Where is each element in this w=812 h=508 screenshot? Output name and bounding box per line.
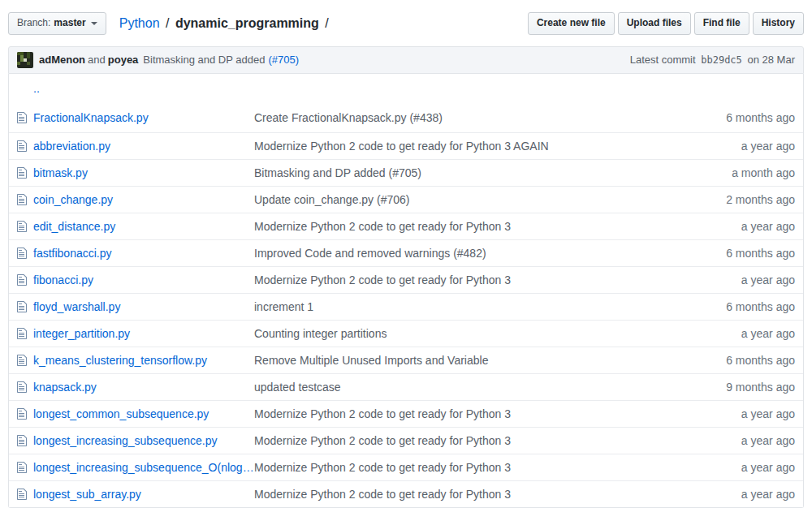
file-commit-message-link[interactable]: Remove Multiple Unused Imports and Varia… <box>254 354 488 367</box>
file-commit-message-link[interactable]: increment 1 <box>254 300 313 313</box>
file-text-icon <box>9 407 33 420</box>
file-commit-message-link[interactable]: Modernize Python 2 code to get ready for… <box>254 488 511 501</box>
file-name-link[interactable]: abbreviation.py <box>33 140 110 153</box>
file-text-icon <box>9 300 33 313</box>
file-name-cell: integer_partition.py <box>33 327 254 340</box>
file-name-link[interactable]: edit_distance.py <box>33 220 115 233</box>
file-name-cell: abbreviation.py <box>33 140 254 153</box>
branch-select-button[interactable]: Branch: master <box>8 12 106 35</box>
table-row: longest_sub_array.py Modernize Python 2 … <box>9 480 803 507</box>
table-row: edit_distance.py Modernize Python 2 code… <box>9 213 803 239</box>
file-name-link[interactable]: bitmask.py <box>33 166 88 179</box>
file-commit-message-link[interactable]: Modernize Python 2 code to get ready for… <box>254 220 511 233</box>
table-row: floyd_warshall.py increment 1 6 months a… <box>9 293 803 320</box>
file-name-link[interactable]: longest_increasing_subsequence_O(nlog… <box>33 461 254 474</box>
file-age: 6 months ago <box>681 354 803 367</box>
table-row: longest_common_subsequence.py Modernize … <box>9 400 803 427</box>
file-message-cell: Improved Code and removed warnings (#482… <box>254 247 681 260</box>
file-commit-message-link[interactable]: Bitmasking and DP added (#705) <box>254 166 421 179</box>
file-text-icon <box>9 461 33 474</box>
breadcrumb-root-link[interactable]: Python <box>119 16 160 30</box>
file-name-cell: longest_sub_array.py <box>33 488 254 501</box>
file-name-link[interactable]: coin_change.py <box>33 193 113 206</box>
file-name-cell: longest_common_subsequence.py <box>33 407 254 420</box>
commit-date: on 28 Mar <box>747 54 795 66</box>
find-file-button[interactable]: Find file <box>694 12 749 35</box>
repo-content: Branch: master Python / dynamic_programm… <box>8 12 804 508</box>
file-name-link[interactable]: knapsack.py <box>33 381 97 394</box>
file-list: FractionalKnapsack.py Create FractionalK… <box>9 103 803 507</box>
commit-sha-link[interactable]: bb29dc5 <box>701 54 742 66</box>
file-name-link[interactable]: k_means_clustering_tensorflow.py <box>33 354 207 367</box>
commit-pr-link[interactable]: (#705) <box>268 54 299 66</box>
file-commit-message-link[interactable]: Modernize Python 2 code to get ready for… <box>254 273 511 286</box>
file-commit-message-link[interactable]: Modernize Python 2 code to get ready for… <box>254 461 511 474</box>
file-name-link[interactable]: longest_common_subsequence.py <box>33 407 209 420</box>
file-name-cell: FractionalKnapsack.py <box>33 111 254 124</box>
file-commit-message-link[interactable]: Modernize Python 2 code to get ready for… <box>254 434 511 447</box>
parent-directory-link[interactable]: .. <box>33 82 40 95</box>
file-message-cell: Create FractionalKnapsack.py (#438) <box>254 111 681 124</box>
breadcrumb-separator: / <box>325 16 328 30</box>
file-name-cell: edit_distance.py <box>33 220 254 233</box>
file-text-icon <box>9 247 33 260</box>
file-commit-message-link[interactable]: updated testcase <box>254 381 341 394</box>
parent-directory-row: .. <box>9 74 803 103</box>
file-message-cell: Modernize Python 2 code to get ready for… <box>254 220 681 233</box>
file-text-icon <box>9 434 33 447</box>
file-text-icon <box>9 381 33 394</box>
avatar[interactable] <box>17 52 33 68</box>
file-name-cell: k_means_clustering_tensorflow.py <box>33 354 254 367</box>
file-message-cell: Modernize Python 2 code to get ready for… <box>254 407 681 420</box>
file-text-icon <box>9 327 33 340</box>
create-new-file-button[interactable]: Create new file <box>528 12 615 35</box>
history-button[interactable]: History <box>753 12 804 35</box>
file-commit-message-link[interactable]: Modernize Python 2 code to get ready for… <box>254 140 549 153</box>
file-age: a month ago <box>681 166 803 179</box>
commit-message-link[interactable]: Bitmasking and DP added <box>143 54 265 66</box>
branch-label: Branch: <box>17 17 50 30</box>
file-name-link[interactable]: fibonacci.py <box>33 273 93 286</box>
file-name-link[interactable]: longest_increasing_subsequence.py <box>33 434 218 447</box>
file-name-link[interactable]: floyd_warshall.py <box>33 300 120 313</box>
file-age: 2 months ago <box>681 193 803 206</box>
file-commit-message-link[interactable]: Improved Code and removed warnings (#482… <box>254 247 486 260</box>
commit-author-link[interactable]: adMenon <box>39 54 85 66</box>
table-row: coin_change.py Update coin_change.py (#7… <box>9 186 803 213</box>
upload-files-button[interactable]: Upload files <box>618 12 691 35</box>
file-name-link[interactable]: longest_sub_array.py <box>33 488 141 501</box>
table-row: abbreviation.py Modernize Python 2 code … <box>9 132 803 159</box>
file-message-cell: updated testcase <box>254 381 681 394</box>
file-commit-message-link[interactable]: Modernize Python 2 code to get ready for… <box>254 407 511 420</box>
file-name-link[interactable]: FractionalKnapsack.py <box>33 111 149 124</box>
file-message-cell: Remove Multiple Unused Imports and Varia… <box>254 354 681 367</box>
table-row: longest_increasing_subsequence_O(nlog… M… <box>9 454 803 480</box>
commit-coauthor-link[interactable]: poyea <box>108 54 139 66</box>
file-name-link[interactable]: integer_partition.py <box>33 327 130 340</box>
file-name-cell: longest_increasing_subsequence_O(nlog… <box>33 461 254 474</box>
file-name-cell: fibonacci.py <box>33 273 254 286</box>
file-text-icon <box>9 488 33 501</box>
file-commit-message-link[interactable]: Update coin_change.py (#706) <box>254 193 409 206</box>
table-row: fibonacci.py Modernize Python 2 code to … <box>9 266 803 293</box>
commit-and-text: and <box>88 54 106 66</box>
table-row: fastfibonacci.py Improved Code and remov… <box>9 239 803 266</box>
file-commit-message-link[interactable]: Create FractionalKnapsack.py (#438) <box>254 111 443 124</box>
file-name-cell: longest_increasing_subsequence.py <box>33 434 254 447</box>
file-name-cell: fastfibonacci.py <box>33 247 254 260</box>
breadcrumb: Python / dynamic_programming / <box>119 16 331 31</box>
file-age: 6 months ago <box>681 111 803 124</box>
table-row: FractionalKnapsack.py Create FractionalK… <box>9 103 803 132</box>
file-message-cell: Modernize Python 2 code to get ready for… <box>254 488 681 501</box>
file-name-link[interactable]: fastfibonacci.py <box>33 247 112 260</box>
file-message-cell: increment 1 <box>254 300 681 313</box>
file-text-icon <box>9 111 33 124</box>
file-commit-message-link[interactable]: Counting integer partitions <box>254 327 387 340</box>
file-name-cell: floyd_warshall.py <box>33 300 254 313</box>
file-name-cell: coin_change.py <box>33 193 254 206</box>
file-age: a year ago <box>681 461 803 474</box>
file-message-cell: Modernize Python 2 code to get ready for… <box>254 273 681 286</box>
file-age: 6 months ago <box>681 300 803 313</box>
file-age: 6 months ago <box>681 247 803 260</box>
header-buttons: Create new file Upload files Find file H… <box>528 12 804 35</box>
